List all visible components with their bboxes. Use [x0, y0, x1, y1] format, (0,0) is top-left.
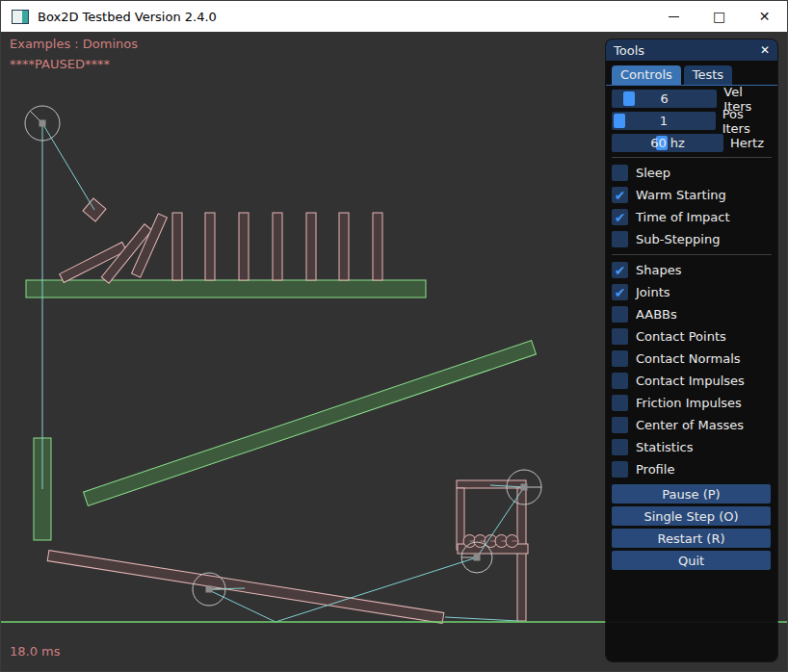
joint-line-pendulum [42, 123, 94, 210]
domino-platform [26, 280, 426, 297]
example-label: Examples : Dominos [10, 37, 138, 51]
checkbox-label: Warm Starting [636, 188, 726, 202]
domino-3[interactable] [239, 213, 249, 280]
checkbox-statistics[interactable]: Statistics [612, 436, 772, 458]
checkbox-box[interactable] [612, 350, 628, 367]
vel-iters-slider[interactable]: 6 [612, 90, 717, 108]
checkbox-label: Center of Masses [636, 418, 744, 432]
check-icon: ✔ [615, 189, 626, 202]
check-icon: ✔ [615, 264, 626, 277]
checkbox-box[interactable]: ✔ [612, 262, 628, 278]
tab-bar: Controls Tests [606, 61, 777, 86]
slider-value: 1 [612, 114, 716, 128]
tab-tests[interactable]: Tests [684, 65, 732, 85]
checkbox-label: Friction Impulses [636, 396, 742, 410]
checkbox-shapes[interactable]: ✔ Shapes [612, 259, 772, 281]
separator [612, 157, 772, 158]
checkbox-aabbs[interactable]: AABBs [612, 303, 772, 325]
checkbox-joints[interactable]: ✔ Joints [612, 281, 772, 303]
checkbox-box[interactable]: ✔ [612, 284, 628, 300]
tab-controls[interactable]: Controls [612, 65, 681, 85]
domino-7[interactable] [373, 213, 382, 280]
checkbox-label: Profile [636, 462, 674, 477]
slider-hertz: 60 hz Hertz [612, 133, 772, 153]
frame-time-label: 18.0 ms [10, 644, 61, 659]
tools-panel-header[interactable]: Tools ✕ [606, 39, 777, 61]
checkbox-sleep[interactable]: Sleep [612, 162, 772, 184]
checkbox-contact-impulses[interactable]: Contact Impulses [612, 370, 772, 392]
checkbox-box[interactable] [612, 165, 628, 181]
joint-anchor-squares [39, 120, 528, 593]
restart-button[interactable]: Restart (R) [612, 529, 771, 548]
checkbox-box[interactable] [612, 395, 628, 411]
slider-pos-iters: 1 Pos Iters [612, 111, 772, 131]
checkbox-label: AABBs [636, 307, 677, 322]
checkbox-label: Shapes [636, 263, 681, 277]
tools-panel: Tools ✕ Controls Tests 6 Vel Iters 1 Pos… [606, 39, 777, 661]
checkbox-warm-starting[interactable]: ✔ Warm Starting [612, 184, 772, 206]
slider-value: 60 hz [612, 136, 723, 150]
tools-panel-content: 6 Vel Iters 1 Pos Iters 60 hz Hertz [606, 86, 777, 570]
title-bar: Box2D Testbed Version 2.4.0 □ ✕ [1, 1, 787, 32]
checkbox-box[interactable]: ✔ [612, 209, 628, 225]
checkbox-center-of-masses[interactable]: Center of Masses [612, 414, 772, 436]
checkbox-label: Contact Impulses [636, 374, 745, 388]
checkbox-box[interactable]: ✔ [612, 187, 628, 203]
checkbox-label: Contact Points [636, 329, 726, 344]
checkbox-box[interactable] [612, 417, 628, 433]
checkbox-box[interactable] [612, 328, 628, 345]
domino-1[interactable] [172, 213, 182, 280]
pos-iters-slider[interactable]: 1 [612, 112, 716, 130]
quit-button[interactable]: Quit [612, 551, 771, 570]
checkbox-label: Joints [636, 285, 670, 299]
minimize-button[interactable] [651, 1, 696, 32]
checkbox-profile[interactable]: Profile [612, 458, 772, 480]
paused-label: ****PAUSED**** [10, 57, 110, 71]
frame-right-leg[interactable] [517, 488, 526, 621]
domino-5[interactable] [306, 213, 316, 280]
check-icon: ✔ [615, 211, 626, 224]
checkbox-label: Time of Impact [636, 210, 730, 224]
checkbox-label: Sleep [636, 166, 670, 180]
maximize-button[interactable]: □ [696, 1, 742, 32]
checkbox-box[interactable] [612, 373, 628, 389]
single-step-button[interactable]: Single Step (O) [612, 506, 771, 526]
domino-4[interactable] [273, 213, 282, 280]
window-title: Box2D Testbed Version 2.4.0 [38, 10, 651, 24]
panel-close-icon[interactable]: ✕ [760, 43, 770, 57]
separator [612, 254, 772, 255]
domino-2[interactable] [205, 213, 215, 280]
slider-label: Pos Iters [722, 107, 772, 136]
checkbox-contact-points[interactable]: Contact Points [612, 325, 772, 348]
checkbox-box[interactable] [612, 439, 628, 455]
hertz-slider[interactable]: 60 hz [612, 134, 723, 152]
close-button[interactable]: ✕ [742, 1, 787, 32]
domino-6[interactable] [339, 213, 349, 280]
checkbox-sub-stepping[interactable]: Sub-Stepping [612, 228, 772, 250]
checkbox-friction-impulses[interactable]: Friction Impulses [612, 392, 772, 414]
button-group: Pause (P) Single Step (O) Restart (R) Qu… [612, 484, 772, 570]
checkbox-label: Statistics [636, 440, 693, 454]
check-icon: ✔ [615, 286, 626, 299]
checkbox-label: Sub-Stepping [636, 232, 720, 246]
slider-label: Hertz [730, 136, 764, 150]
checkbox-box[interactable] [612, 231, 628, 247]
tools-panel-title: Tools [614, 43, 760, 58]
checkbox-box[interactable] [612, 306, 628, 323]
checkbox-contact-normals[interactable]: Contact Normals [612, 348, 772, 370]
checkbox-time-of-impact[interactable]: ✔ Time of Impact [612, 206, 772, 228]
checkbox-label: Contact Normals [636, 351, 741, 366]
joint-line-ground [445, 617, 518, 621]
slider-value: 6 [612, 91, 717, 106]
app-window: Box2D Testbed Version 2.4.0 □ ✕ [0, 0, 788, 672]
pause-button[interactable]: Pause (P) [612, 484, 771, 504]
app-icon [12, 10, 29, 24]
checkbox-box[interactable] [612, 461, 628, 478]
